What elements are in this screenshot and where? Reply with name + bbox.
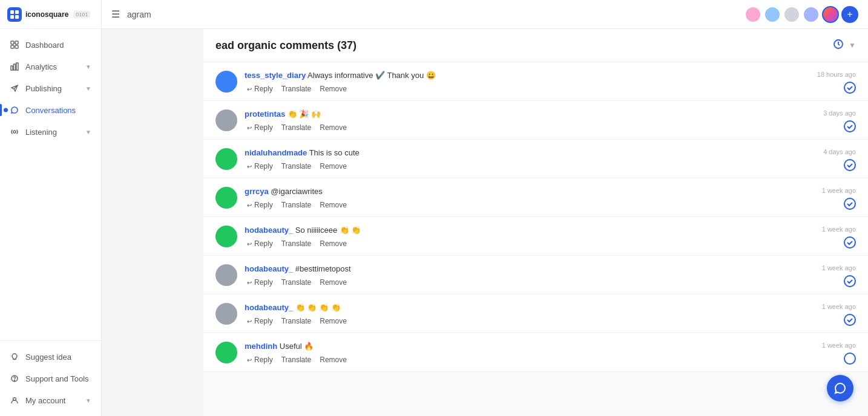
- sidebar-suggest-label: Suggest idea: [25, 353, 71, 362]
- comment-avatar: [215, 109, 237, 131]
- sidebar-item-analytics[interactable]: Analytics ▼: [0, 56, 101, 77]
- svg-rect-3: [15, 15, 19, 19]
- svg-point-11: [13, 131, 16, 133]
- reply-button[interactable]: ↩ Reply: [245, 354, 275, 365]
- comment-time: 4 days ago: [823, 148, 856, 155]
- comment-text: nidaluhandmade This is so cute: [245, 148, 794, 157]
- comment-text: hodabeauty_ 👏 👏 👏 👏: [245, 303, 794, 312]
- comment-check[interactable]: [844, 314, 856, 326]
- reply-button[interactable]: ↩ Reply: [245, 316, 275, 327]
- comment-actions: ↩ Reply Translate Remove: [245, 200, 794, 210]
- comment-username[interactable]: hodabeauty_: [245, 226, 293, 235]
- add-account-button[interactable]: +: [841, 6, 858, 23]
- comment-text: hodabeauty_ #besttimetopost: [245, 264, 794, 273]
- comment-username[interactable]: hodabeauty_: [245, 264, 293, 273]
- svg-rect-9: [14, 64, 16, 70]
- comment-meta: 1 week ago: [801, 303, 856, 326]
- comment-username[interactable]: mehdinh: [245, 342, 277, 351]
- comment-username[interactable]: grrcya: [245, 187, 269, 196]
- help-circle-icon: [10, 374, 19, 383]
- chevron-down-icon: ▼: [85, 397, 91, 404]
- sidebar-publishing-label: Publishing: [25, 84, 62, 93]
- reply-button[interactable]: ↩ Reply: [245, 200, 275, 210]
- reply-icon: ↩: [247, 125, 252, 131]
- app-badge: 0101: [73, 11, 90, 18]
- avatar-5-active[interactable]: [822, 6, 839, 23]
- avatar-2[interactable]: [764, 6, 781, 23]
- comment-username[interactable]: hodabeauty_: [245, 303, 293, 312]
- sidebar-item-my-account[interactable]: My account ▼: [0, 389, 101, 411]
- comment-check[interactable]: [844, 275, 856, 287]
- comment-check[interactable]: [844, 159, 856, 171]
- reply-button[interactable]: ↩ Reply: [245, 83, 275, 94]
- comment-actions: ↩ Reply Translate Remove: [245, 83, 794, 94]
- remove-button[interactable]: Remove: [317, 238, 349, 249]
- sidebar-item-listening[interactable]: Listening ▼: [0, 121, 101, 143]
- sidebar-bottom: Suggest idea Support and Tools My accoun…: [0, 340, 101, 416]
- comment-meta: 18 hours ago: [801, 71, 856, 94]
- comment-actions: ↩ Reply Translate Remove: [245, 354, 794, 365]
- avatar-1[interactable]: [745, 6, 761, 23]
- comment-check[interactable]: [844, 198, 856, 210]
- translate-button[interactable]: Translate: [279, 200, 314, 210]
- comment-check[interactable]: [844, 353, 856, 365]
- sidebar-item-conversations[interactable]: Conversations: [0, 99, 101, 121]
- translate-button[interactable]: Translate: [279, 354, 314, 365]
- filter-icon[interactable]: [833, 39, 844, 52]
- translate-button[interactable]: Translate: [279, 316, 314, 327]
- avatar-4[interactable]: [803, 6, 820, 23]
- translate-button[interactable]: Translate: [279, 277, 314, 288]
- comment-username[interactable]: protetintas: [245, 109, 285, 119]
- menu-icon[interactable]: ☰: [111, 8, 120, 20]
- comment-meta: 4 days ago: [801, 148, 856, 171]
- reply-button[interactable]: ↩ Reply: [245, 277, 275, 288]
- comment-avatar: [215, 264, 237, 286]
- translate-button[interactable]: Translate: [279, 83, 314, 94]
- reply-icon: ↩: [247, 163, 252, 170]
- comment-avatar: [215, 226, 237, 247]
- remove-button[interactable]: Remove: [317, 354, 349, 365]
- reply-button[interactable]: ↩ Reply: [245, 161, 275, 172]
- comment-time: 1 week ago: [822, 303, 856, 310]
- account-avatars: +: [745, 6, 858, 23]
- sidebar-item-suggest-idea[interactable]: Suggest idea: [0, 346, 101, 368]
- send-icon: [10, 83, 19, 93]
- comment-time: 1 week ago: [822, 264, 856, 271]
- comment-time: 1 week ago: [822, 226, 856, 233]
- comment-body: nidaluhandmade This is so cute ↩ Reply T…: [245, 148, 794, 172]
- remove-button[interactable]: Remove: [317, 200, 349, 210]
- chevron-down-icon: ▼: [85, 129, 91, 135]
- translate-button[interactable]: Translate: [279, 161, 314, 172]
- reply-button[interactable]: ↩ Reply: [245, 238, 275, 249]
- sidebar-item-publishing[interactable]: Publishing ▼: [0, 77, 101, 99]
- sidebar-item-support-tools[interactable]: Support and Tools: [0, 368, 101, 389]
- comment-check[interactable]: [844, 82, 856, 94]
- comment-username[interactable]: tess_style_diary: [245, 71, 306, 80]
- sidebar-item-dashboard[interactable]: Dashboard: [0, 34, 101, 56]
- remove-button[interactable]: Remove: [317, 277, 349, 288]
- grid-icon: [10, 40, 19, 50]
- chevron-down-icon[interactable]: ▼: [849, 41, 856, 50]
- comment-text: hodabeauty_ So niiiiiceee 👏 👏: [245, 226, 794, 235]
- remove-button[interactable]: Remove: [317, 122, 349, 133]
- comment-actions: ↩ Reply Translate Remove: [245, 277, 794, 288]
- comment-item: nidaluhandmade This is so cute ↩ Reply T…: [203, 140, 868, 178]
- translate-button[interactable]: Translate: [279, 122, 314, 133]
- remove-button[interactable]: Remove: [317, 83, 349, 94]
- chat-fab-button[interactable]: [827, 375, 853, 401]
- svg-rect-10: [16, 63, 18, 70]
- svg-rect-2: [10, 15, 14, 19]
- comment-username[interactable]: nidaluhandmade: [245, 148, 307, 157]
- message-circle-icon: [10, 105, 19, 115]
- comment-check[interactable]: [844, 236, 856, 249]
- svg-rect-8: [11, 66, 13, 70]
- sidebar-analytics-label: Analytics: [25, 62, 57, 71]
- reply-button[interactable]: ↩ Reply: [245, 122, 275, 133]
- comment-check[interactable]: [844, 120, 856, 132]
- remove-button[interactable]: Remove: [317, 316, 349, 327]
- translate-button[interactable]: Translate: [279, 238, 314, 249]
- remove-button[interactable]: Remove: [317, 161, 349, 172]
- avatar-3[interactable]: [783, 6, 800, 23]
- comment-text: grrcya @igarciawrites: [245, 187, 794, 196]
- comment-meta: 1 week ago: [801, 342, 856, 365]
